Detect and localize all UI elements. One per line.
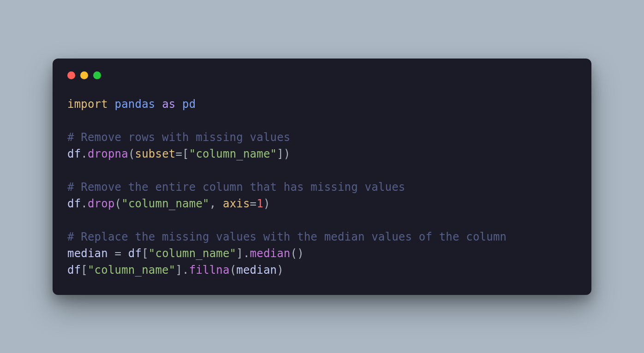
minimize-icon[interactable] bbox=[80, 71, 88, 79]
string-literal: "column_name" bbox=[189, 147, 277, 160]
punct: [ bbox=[182, 147, 189, 160]
comment: # Remove rows with missing values bbox=[67, 131, 290, 144]
variable: df bbox=[128, 247, 142, 260]
punct: ( bbox=[115, 197, 122, 210]
module-alias: pd bbox=[182, 98, 196, 111]
method-call: fillna bbox=[189, 264, 230, 277]
method-call: drop bbox=[88, 197, 115, 210]
punct: ) bbox=[263, 197, 270, 210]
number-literal: 1 bbox=[256, 197, 263, 210]
punct: . bbox=[182, 264, 189, 277]
keyword-as: as bbox=[162, 98, 175, 111]
argument: median bbox=[236, 264, 277, 277]
string-literal: "column_name" bbox=[121, 197, 209, 210]
code-window: import pandas as pd # Remove rows with m… bbox=[53, 59, 591, 295]
punct: ( bbox=[128, 147, 135, 160]
maximize-icon[interactable] bbox=[93, 71, 101, 79]
variable: df bbox=[67, 197, 81, 210]
punct: ] bbox=[175, 264, 182, 277]
punct: ] bbox=[236, 247, 243, 260]
punct: [ bbox=[81, 264, 88, 277]
punct: = bbox=[250, 197, 257, 210]
punct: = bbox=[108, 247, 128, 260]
module-name: pandas bbox=[115, 98, 155, 111]
punct: . bbox=[81, 147, 88, 160]
method-call: dropna bbox=[88, 147, 128, 160]
method-call: median bbox=[250, 247, 291, 260]
string-literal: "column_name" bbox=[149, 247, 236, 260]
code-block: import pandas as pd # Remove rows with m… bbox=[67, 96, 577, 278]
window-titlebar bbox=[67, 71, 577, 79]
variable: median bbox=[67, 247, 108, 260]
parameter: axis bbox=[223, 197, 250, 210]
punct: = bbox=[175, 147, 182, 160]
variable: df bbox=[67, 147, 81, 160]
punct: ) bbox=[277, 264, 284, 277]
punct: , bbox=[209, 197, 223, 210]
punct: . bbox=[243, 247, 250, 260]
variable: df bbox=[67, 264, 81, 277]
punct: () bbox=[291, 247, 304, 260]
comment: # Remove the entire column that has miss… bbox=[67, 181, 405, 194]
punct: . bbox=[81, 197, 88, 210]
comment: # Replace the missing values with the me… bbox=[67, 230, 507, 243]
string-literal: "column_name" bbox=[88, 264, 175, 277]
punct: ) bbox=[284, 147, 291, 160]
punct: ( bbox=[230, 264, 237, 277]
punct: ] bbox=[277, 147, 284, 160]
close-icon[interactable] bbox=[67, 71, 75, 79]
punct: [ bbox=[142, 247, 149, 260]
parameter: subset bbox=[135, 147, 176, 160]
keyword-import: import bbox=[67, 98, 108, 111]
